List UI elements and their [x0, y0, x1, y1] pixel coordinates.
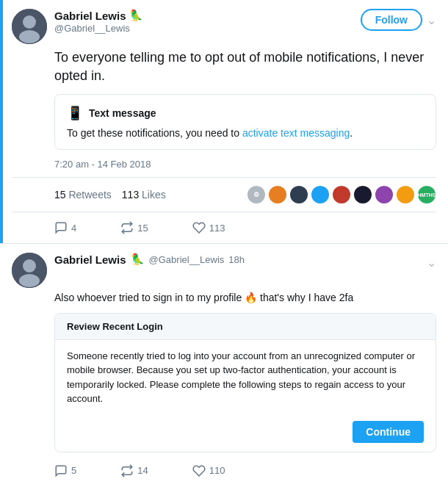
card-body-post: . — [350, 127, 353, 139]
user-handle-1[interactable]: @Gabriel__Lewis — [54, 23, 361, 34]
retweet-label: Retweets — [68, 189, 111, 201]
tweet-1-stats: 15 Retweets 113 Likes ⚙ HMTHS — [12, 177, 436, 212]
chevron-down-icon-2[interactable]: ⌄ — [427, 253, 436, 270]
liker-avatar-9: HMTHS — [417, 185, 436, 204]
retweet-icon-2 — [120, 464, 134, 477]
svg-point-2 — [19, 30, 40, 43]
retweet-icon — [120, 221, 134, 234]
like-count-1: 113 — [209, 223, 225, 234]
time-ago-2: 18h — [228, 254, 245, 265]
card-body-pre: To get these notifications, you need to — [67, 127, 242, 139]
liker-avatar-2 — [268, 185, 287, 204]
user-name-1[interactable]: Gabriel Lewis — [54, 10, 126, 22]
continue-button[interactable]: Continue — [353, 421, 424, 443]
user-info-1: Gabriel Lewis 🦜 @Gabriel__Lewis — [54, 9, 361, 34]
tweet-1: Gabriel Lewis 🦜 @Gabriel__Lewis Follow ⌄… — [0, 0, 448, 244]
tweet-2-text: Also whoever tried to sign in to my prof… — [12, 291, 436, 306]
review-card: Review Recent Login Someone recently tri… — [54, 313, 436, 452]
reply-icon-2 — [54, 464, 68, 477]
retweet-button-1[interactable]: 15 — [120, 221, 148, 234]
tweet-1-text: To everyone telling me to opt out of mob… — [12, 48, 436, 85]
liker-avatar-6 — [353, 185, 372, 204]
user-info-2: Gabriel Lewis 🦜 @Gabriel__Lewis 18h — [54, 253, 427, 266]
phone-icon: 📱 — [67, 105, 83, 121]
heart-icon-2 — [192, 464, 206, 477]
card-body: To get these notifications, you need to … — [67, 127, 424, 139]
parrot-emoji-2: 🦜 — [131, 253, 145, 266]
svg-point-5 — [19, 274, 40, 287]
likes-number: 113 — [122, 189, 139, 201]
heart-icon — [192, 221, 206, 234]
avatar-1[interactable] — [12, 9, 47, 44]
tweet-2-header: Gabriel Lewis 🦜 @Gabriel__Lewis 18h ⌄ — [12, 253, 436, 288]
user-handle-2[interactable]: @Gabriel__Lewis — [149, 254, 225, 265]
likers-avatars: ⚙ HMTHS — [247, 185, 436, 204]
tweet-1-actions: 4 15 113 — [12, 218, 436, 237]
card-title: Text message — [89, 107, 156, 119]
reply-count-2: 5 — [71, 465, 76, 476]
follow-btn-area: Follow ⌄ — [361, 9, 436, 31]
review-card-footer: Continue — [55, 415, 436, 452]
parrot-emoji-1: 🦜 — [129, 9, 143, 22]
likes-count[interactable]: 113 Likes — [122, 189, 166, 201]
svg-point-1 — [23, 15, 36, 29]
liker-avatar-7 — [375, 185, 394, 204]
reply-button-2[interactable]: 5 — [54, 464, 76, 477]
retweet-button-2[interactable]: 14 — [120, 464, 148, 477]
follow-button[interactable]: Follow — [361, 9, 422, 31]
chevron-down-icon[interactable]: ⌄ — [427, 13, 436, 27]
liker-avatar-4 — [311, 185, 330, 204]
reply-button-1[interactable]: 4 — [54, 221, 76, 234]
review-card-body: Someone recently tried to log into your … — [55, 340, 436, 415]
card-header: 📱 Text message — [67, 105, 424, 121]
liker-avatar-3 — [289, 185, 308, 204]
tweet-1-card: 📱 Text message To get these notification… — [54, 94, 436, 150]
reply-count-1: 4 — [71, 223, 76, 234]
like-button-1[interactable]: 113 — [192, 221, 225, 234]
retweet-count-2: 14 — [137, 465, 148, 476]
reply-icon — [54, 221, 68, 234]
liker-avatar-8 — [396, 185, 415, 204]
avatar-2[interactable] — [12, 253, 47, 288]
activate-link[interactable]: activate text messaging — [242, 127, 350, 139]
user-name-2[interactable]: Gabriel Lewis — [54, 253, 126, 266]
likes-label: Likes — [142, 189, 166, 201]
review-card-title: Review Recent Login — [55, 314, 436, 340]
tweet-1-timestamp: 7:20 am - 14 Feb 2018 — [12, 159, 436, 170]
tweet-1-header: Gabriel Lewis 🦜 @Gabriel__Lewis Follow ⌄ — [12, 9, 436, 44]
svg-point-4 — [23, 259, 36, 273]
retweet-count-1: 15 — [137, 223, 148, 234]
retweet-number: 15 — [54, 189, 66, 201]
tweet-2: Gabriel Lewis 🦜 @Gabriel__Lewis 18h ⌄ Al… — [0, 244, 448, 486]
retweet-count[interactable]: 15 Retweets — [54, 189, 112, 201]
liker-avatar-5 — [332, 185, 351, 204]
like-button-2[interactable]: 110 — [192, 464, 225, 477]
like-count-2: 110 — [209, 465, 225, 476]
tweet-2-actions: 5 14 110 — [12, 461, 436, 480]
liker-avatar-1: ⚙ — [247, 185, 266, 204]
